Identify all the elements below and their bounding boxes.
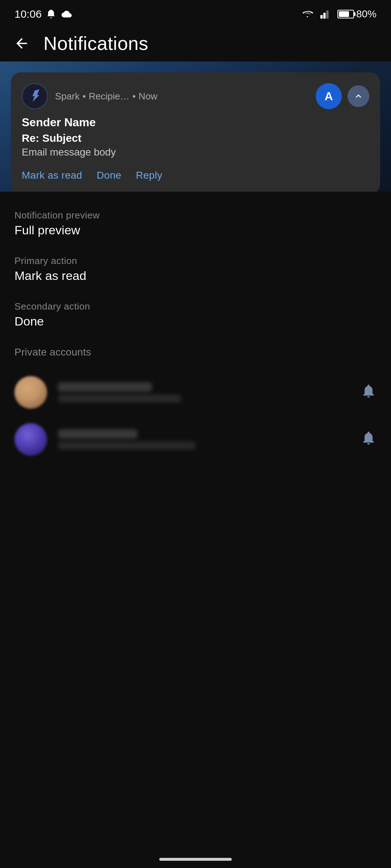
- page-title: Notifications: [43, 33, 148, 54]
- spark-app-icon: [22, 83, 48, 109]
- account-avatar-2: [14, 423, 47, 456]
- notification-meta: Spark • Recipie… • Now: [55, 91, 157, 102]
- signal-icon: [320, 9, 332, 20]
- notification-header-left: Spark • Recipie… • Now: [22, 83, 316, 109]
- battery-display: 80%: [337, 8, 377, 20]
- account-text-1: [58, 382, 181, 403]
- notification-app-line: Spark • Recipie… • Now: [55, 91, 157, 102]
- account-item-2[interactable]: [14, 416, 377, 463]
- timestamp: Now: [139, 91, 157, 102]
- secondary-action-value: Done: [14, 314, 377, 328]
- notification-preview-area: Spark • Recipie… • Now A Sender Nam: [0, 61, 391, 192]
- app-name: Spark: [55, 91, 80, 102]
- separator: •: [83, 91, 86, 102]
- recipient: Recipie…: [89, 91, 130, 102]
- notification-preview-label: Notification preview: [14, 210, 377, 221]
- account-name-blur-2: [58, 429, 138, 439]
- status-left: 10:06: [14, 8, 73, 20]
- notification-body: Email message body: [22, 146, 369, 158]
- sender-avatar: A: [316, 83, 342, 109]
- notification-preview-value: Full preview: [14, 223, 377, 237]
- spark-logo-icon: [28, 89, 42, 103]
- account-item-1[interactable]: [14, 369, 377, 416]
- account-avatar-1: [14, 376, 47, 409]
- bell-icon-1[interactable]: [361, 383, 377, 402]
- private-accounts-title: Private accounts: [14, 346, 377, 358]
- notification-preview-setting[interactable]: Notification preview Full preview: [14, 210, 377, 237]
- chevron-up-icon: [353, 91, 364, 102]
- svg-rect-0: [320, 15, 323, 19]
- alert-icon: [46, 9, 56, 19]
- account-sub-blur-2: [58, 442, 196, 450]
- back-arrow-icon: [14, 35, 30, 51]
- settings-content: Notification preview Full preview Primar…: [0, 195, 391, 463]
- account-sub-blur-1: [58, 395, 181, 403]
- svg-rect-1: [323, 13, 325, 18]
- notification-header-right: A: [316, 83, 369, 109]
- battery-percent: 80%: [356, 8, 377, 20]
- secondary-action-label: Secondary action: [14, 301, 377, 312]
- primary-action-setting[interactable]: Primary action Mark as read: [14, 255, 377, 283]
- account-left-2: [14, 423, 196, 456]
- page-header: Notifications: [0, 25, 391, 61]
- account-left-1: [14, 376, 181, 409]
- account-text-2: [58, 429, 196, 450]
- back-button[interactable]: [11, 33, 33, 54]
- account-name-blur-1: [58, 382, 152, 392]
- separator2: •: [133, 91, 136, 102]
- notification-card: Spark • Recipie… • Now A Sender Nam: [11, 72, 380, 192]
- mark-as-read-action[interactable]: Mark as read: [22, 167, 82, 184]
- notification-actions: Mark as read Done Reply: [22, 167, 369, 184]
- notification-sender: Sender Name: [22, 116, 369, 129]
- done-action[interactable]: Done: [97, 167, 121, 184]
- primary-action-value: Mark as read: [14, 269, 377, 283]
- home-indicator: [159, 858, 232, 861]
- collapse-button[interactable]: [348, 85, 369, 107]
- notification-card-header: Spark • Recipie… • Now A: [22, 83, 369, 109]
- reply-action[interactable]: Reply: [136, 167, 162, 184]
- bell-icon-2[interactable]: [361, 430, 377, 449]
- status-bar: 10:06 80%: [0, 0, 391, 25]
- battery-icon: [337, 10, 354, 18]
- time-display: 10:06: [14, 8, 42, 20]
- svg-rect-2: [326, 10, 328, 19]
- bell-svg-2: [361, 430, 377, 446]
- secondary-action-setting[interactable]: Secondary action Done: [14, 301, 377, 328]
- cloud-icon: [60, 9, 73, 19]
- status-right: 80%: [300, 8, 377, 20]
- bell-svg-1: [361, 383, 377, 399]
- notification-subject: Re: Subject: [22, 132, 369, 144]
- primary-action-label: Primary action: [14, 255, 377, 267]
- wifi-icon: [300, 9, 314, 20]
